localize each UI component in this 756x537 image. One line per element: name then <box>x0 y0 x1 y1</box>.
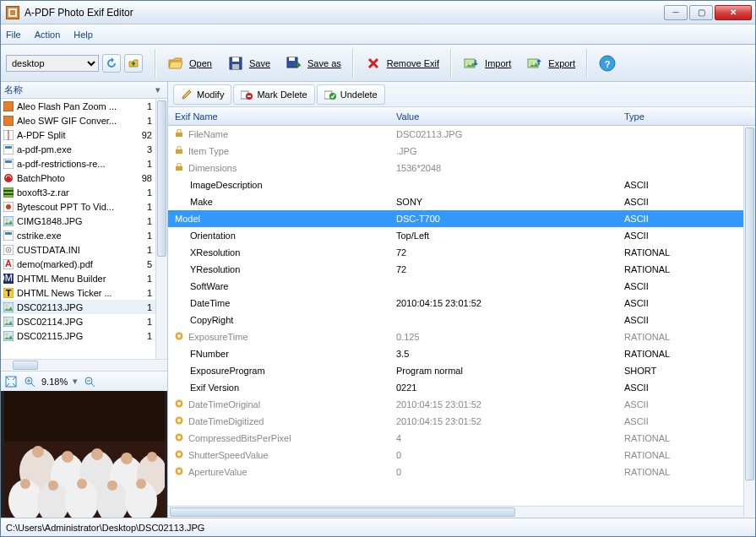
file-icon <box>3 330 14 342</box>
file-vscrollbar[interactable] <box>155 99 167 359</box>
exif-row[interactable]: ApertureValue0RATIONAL <box>168 464 743 480</box>
file-row[interactable]: BatchPhoto98 <box>1 171 155 185</box>
mark-delete-button[interactable]: Mark Delete <box>233 84 314 105</box>
file-row[interactable]: A-PDF Split92 <box>1 127 155 142</box>
undelete-button[interactable]: Undelete <box>317 84 385 105</box>
svg-rect-28 <box>3 231 14 241</box>
folder-select[interactable]: desktop <box>6 55 99 72</box>
exif-row[interactable]: MakeSONYASCII <box>168 193 743 210</box>
exif-type: ASCII <box>624 399 743 410</box>
exif-row[interactable]: OrientationTop/LeftASCII <box>168 227 743 244</box>
exif-row[interactable]: ModelDSC-T700ASCII <box>168 210 743 227</box>
file-row[interactable]: Bytescout PPT To Vid...1 <box>1 199 155 214</box>
fit-icon[interactable] <box>4 375 18 388</box>
exif-row[interactable]: CompressedBitsPerPixel4RATIONAL <box>168 430 743 447</box>
refresh-button[interactable] <box>102 54 121 73</box>
exif-row[interactable]: Exif Version0221ASCII <box>168 379 743 396</box>
close-button[interactable]: ✕ <box>715 5 752 20</box>
exif-value: Top/Left <box>396 231 624 241</box>
svg-point-87 <box>177 453 181 456</box>
help-button[interactable]: ? <box>591 49 623 78</box>
file-row[interactable]: DSC02115.JPG1 <box>1 328 155 343</box>
exif-row[interactable]: SoftWareASCII <box>168 278 743 295</box>
exif-row[interactable]: DateTimeOriginal2010:04:15 23:01:52ASCII <box>168 396 743 413</box>
exif-row[interactable]: ImageDescriptionASCII <box>168 176 743 193</box>
file-row[interactable]: boxoft3-z.rar1 <box>1 185 155 199</box>
menu-action[interactable]: Action <box>35 30 61 40</box>
exif-name: DateTimeOriginal <box>168 399 396 410</box>
lock-icon <box>175 146 185 156</box>
menu-help[interactable]: Help <box>73 30 93 40</box>
svg-point-67 <box>107 480 117 491</box>
file-row[interactable]: CUSTDATA.INI1 <box>1 242 155 257</box>
exif-list[interactable]: FileNameDSC02113.JPGItem Type.JPGDimensi… <box>168 126 743 506</box>
file-list[interactable]: Aleo Flash Pan Zoom ...1Aleo SWF GIF Con… <box>1 99 155 359</box>
file-row[interactable]: a-pdf-pm.exe3 <box>1 142 155 156</box>
file-hscrollbar[interactable] <box>1 359 167 371</box>
exif-type: RATIONAL <box>624 450 743 460</box>
exif-row[interactable]: DateTime2010:04:15 23:01:52ASCII <box>168 295 743 312</box>
file-panel: 名称 ▾ Aleo Flash Pan Zoom ...1Aleo SWF GI… <box>1 82 168 518</box>
exif-name: ExposureTime <box>168 332 396 342</box>
file-row[interactable]: TDHTML News Ticker ...1 <box>1 285 155 300</box>
file-name: DSC02115.JPG <box>17 331 137 341</box>
zoom-in-icon[interactable] <box>23 375 36 388</box>
modify-button[interactable]: Modify <box>173 84 231 105</box>
exif-col-name[interactable]: Exif Name <box>168 111 396 122</box>
up-folder-button[interactable] <box>124 54 143 73</box>
zoom-out-icon[interactable] <box>83 375 96 388</box>
export-icon <box>526 55 543 72</box>
file-name: CIMG1848.JPG <box>17 216 137 226</box>
file-row[interactable]: Aleo Flash Pan Zoom ...1 <box>1 99 155 113</box>
minimize-button[interactable]: ─ <box>664 5 688 20</box>
main-toolbar: desktop Open Save Save as Remove Exif Im… <box>1 45 755 82</box>
exif-row[interactable]: ExposureTime0.125RATIONAL <box>168 328 743 345</box>
save-button[interactable]: Save <box>220 49 278 78</box>
svg-rect-77 <box>176 166 182 171</box>
file-row[interactable]: Aleo SWF GIF Conver...1 <box>1 113 155 127</box>
file-col-name[interactable]: 名称 <box>4 84 152 96</box>
exif-name: Item Type <box>168 146 396 156</box>
exif-row[interactable]: YResolution72RATIONAL <box>168 261 743 278</box>
exif-row[interactable]: Item Type.JPG <box>168 143 743 160</box>
exif-row[interactable]: CopyRightASCII <box>168 312 743 328</box>
exif-row[interactable]: XResolution72RATIONAL <box>168 244 743 261</box>
file-row[interactable]: a-pdf-restrictions-re...1 <box>1 156 155 171</box>
file-count: 1 <box>137 187 154 198</box>
exif-col-type[interactable]: Type <box>624 111 755 122</box>
exif-vscrollbar[interactable] <box>743 126 755 518</box>
exif-hscrollbar[interactable] <box>168 506 743 518</box>
file-row[interactable]: DSC02114.JPG1 <box>1 314 155 328</box>
lock-icon <box>175 163 185 173</box>
exif-row[interactable]: Dimensions1536*2048 <box>168 160 743 176</box>
file-row[interactable]: cstrike.exe1 <box>1 228 155 242</box>
exif-row[interactable]: FNumber3.5RATIONAL <box>168 345 743 362</box>
exif-col-value[interactable]: Value <box>396 111 624 122</box>
maximize-button[interactable]: ▢ <box>689 5 713 20</box>
export-button[interactable]: Export <box>519 49 583 78</box>
svg-point-53 <box>62 451 73 463</box>
undelete-icon <box>324 89 336 100</box>
exif-row[interactable]: DateTimeDigitized2010:04:15 23:01:52ASCI… <box>168 413 743 430</box>
file-row[interactable]: DSC02113.JPG1 <box>1 300 155 314</box>
remove-exif-button[interactable]: Remove Exif <box>357 49 447 78</box>
exif-value: DSC-T700 <box>396 214 624 224</box>
file-name: DSC02114.JPG <box>17 317 137 327</box>
exif-name: SoftWare <box>168 281 396 291</box>
file-row[interactable]: DMBDHTML Menu Builder1 <box>1 271 155 285</box>
exif-row[interactable]: FileNameDSC02113.JPG <box>168 126 743 143</box>
file-icon: T <box>3 287 14 299</box>
exif-row[interactable]: ShutterSpeedValue0RATIONAL <box>168 447 743 464</box>
preview-image <box>1 391 167 518</box>
file-row[interactable]: CIMG1848.JPG1 <box>1 214 155 228</box>
import-button[interactable]: Import <box>455 49 519 78</box>
open-button[interactable]: Open <box>160 49 220 78</box>
menu-file[interactable]: File <box>6 30 21 40</box>
svg-rect-39 <box>3 302 14 312</box>
exif-value: 72 <box>396 264 624 274</box>
svg-point-83 <box>177 419 181 422</box>
zoom-dropdown-icon[interactable]: ▾ <box>73 376 78 387</box>
exif-row[interactable]: ExposureProgramProgram normalSHORT <box>168 362 743 379</box>
saveas-button[interactable]: Save as <box>278 49 349 78</box>
file-row[interactable]: Ademo(marked).pdf5 <box>1 257 155 271</box>
